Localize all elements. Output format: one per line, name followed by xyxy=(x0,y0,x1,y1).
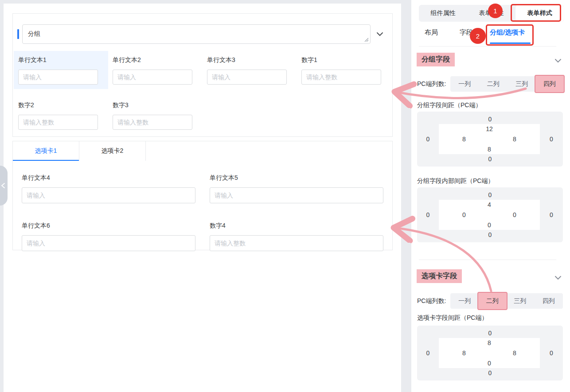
field-label: 数字3 xyxy=(113,101,198,109)
group-spacing-label: 分组字段间距（PC端） xyxy=(417,101,481,109)
field-input[interactable] xyxy=(18,115,98,130)
outer-left-value: 0 xyxy=(417,124,439,154)
option-four-columns-selected[interactable]: 四列 xyxy=(535,75,565,93)
group-inner-spacing-label: 分组字段内部间距（PC端） xyxy=(417,177,494,185)
section-title-group-fields: 分组字段 xyxy=(417,53,455,66)
empty-cell xyxy=(203,96,297,134)
option-three-columns[interactable]: 三列 xyxy=(506,293,535,309)
properties-panel: 组件属性 表单属性 表单样式 布局 字段 分组/选项卡 分组字段 PC端列数: … xyxy=(411,0,570,392)
panel-top-tabs: 组件属性 表单属性 表单样式 xyxy=(419,5,564,22)
field-label: 单行文本5 xyxy=(210,173,383,182)
inner-bottom-value: 8 xyxy=(439,144,540,154)
inner-spacing-area: 12 8 8 8 xyxy=(439,124,540,154)
field-shuzi1[interactable]: 数字1 xyxy=(297,51,391,89)
inner-top-value: 4 xyxy=(439,200,540,210)
group-collapse-chevron-icon[interactable] xyxy=(376,30,384,38)
field-input[interactable] xyxy=(113,70,192,85)
outer-top-value: 0 xyxy=(417,190,563,200)
field-input[interactable] xyxy=(113,115,192,130)
tab-form-props[interactable]: 表单属性 xyxy=(467,5,515,22)
tabcard-columns-segmented: 一列 二列 三列 四列 xyxy=(450,293,563,309)
group-section-chevron-icon[interactable] xyxy=(554,57,562,65)
active-subtab-underline xyxy=(490,43,531,44)
outer-bottom-value: 0 xyxy=(417,368,563,378)
outer-bottom-value: 0 xyxy=(417,230,563,240)
field-label: 数字4 xyxy=(210,221,383,230)
field-shuzi2[interactable]: 数字2 xyxy=(14,96,108,134)
inner-bottom-value: 0 xyxy=(439,358,540,368)
group-inner-spacing-box: 0 0 4 0 0 0 0 0 xyxy=(417,187,563,242)
tab-xuanxiangka2[interactable]: 选项卡2 xyxy=(79,141,146,161)
field-label: 单行文本6 xyxy=(22,221,195,230)
tab-bar: 选项卡1 选项卡2 xyxy=(13,141,392,161)
field-label: 单行文本4 xyxy=(22,173,195,182)
tabcard-spacing-label: 选项卡字段间距（PC端） xyxy=(417,314,488,322)
outer-left-value: 0 xyxy=(417,338,439,368)
group-accent-bar xyxy=(17,29,19,39)
form-designer-app: { "canvas": { "group": { "title": "分组", … xyxy=(0,0,570,392)
field-input[interactable] xyxy=(22,187,195,203)
panel-collapse-handle[interactable] xyxy=(0,166,8,206)
option-one-column[interactable]: 一列 xyxy=(450,76,479,92)
field-danhangwenben6[interactable]: 单行文本6 xyxy=(22,221,195,251)
tab-component-props[interactable]: 组件属性 xyxy=(419,5,467,22)
field-input[interactable] xyxy=(22,235,195,251)
subtab-layout[interactable]: 布局 xyxy=(425,28,438,37)
field-danhangwenben2[interactable]: 单行文本2 xyxy=(108,51,203,89)
field-shuzi3[interactable]: 数字3 xyxy=(108,96,203,134)
group-container: 分组 单行文本1 单行文本2 单行文本3 xyxy=(12,13,393,137)
form-canvas: 分组 单行文本1 单行文本2 单行文本3 xyxy=(4,4,401,392)
tabcard-spacing-box: 0 0 8 8 8 0 0 0 xyxy=(417,326,563,380)
inner-spacing-area: 8 8 8 0 xyxy=(439,338,540,368)
option-two-columns-selected[interactable]: 二列 xyxy=(477,292,508,310)
inner-bottom-value: 0 xyxy=(439,220,540,230)
inner-right-value: 8 xyxy=(513,349,516,357)
field-danhangwenben5[interactable]: 单行文本5 xyxy=(210,173,383,203)
inner-right-value: 0 xyxy=(513,211,516,218)
group-title-text: 分组 xyxy=(28,30,40,38)
outer-right-value: 0 xyxy=(540,338,563,368)
outer-bottom-value: 0 xyxy=(417,154,563,164)
tab-xuanxiangka1[interactable]: 选项卡1 xyxy=(13,141,79,161)
inner-left-value: 8 xyxy=(462,349,466,357)
tab-card-container: 选项卡1 选项卡2 单行文本4 单行文本5 单行文本6 数字4 xyxy=(12,141,393,250)
inner-right-value: 8 xyxy=(513,136,516,143)
field-danhangwenben1[interactable]: 单行文本1 xyxy=(14,51,108,89)
field-shuzi4[interactable]: 数字4 xyxy=(210,221,383,251)
field-input[interactable] xyxy=(210,235,383,251)
field-input[interactable] xyxy=(207,70,287,85)
group-title-input[interactable]: 分组 xyxy=(22,24,371,44)
field-input[interactable] xyxy=(301,70,381,85)
pc-columns-label: PC端列数: xyxy=(417,76,446,92)
option-three-columns[interactable]: 三列 xyxy=(508,76,536,92)
inner-top-value: 8 xyxy=(439,338,540,348)
inner-top-value: 12 xyxy=(439,124,540,134)
inner-left-value: 0 xyxy=(462,211,466,218)
option-two-columns[interactable]: 二列 xyxy=(479,76,508,92)
resize-grip-icon[interactable] xyxy=(364,38,369,42)
empty-cell xyxy=(297,96,391,134)
tab-fields-grid: 单行文本4 单行文本5 单行文本6 数字4 xyxy=(22,173,383,251)
subtab-group-tabcard[interactable]: 分组/选项卡 xyxy=(490,28,525,37)
field-label: 数字1 xyxy=(301,55,387,64)
option-four-columns[interactable]: 四列 xyxy=(535,293,563,309)
pc-columns-label: PC端列数: xyxy=(417,293,446,309)
option-one-column[interactable]: 一列 xyxy=(450,293,479,309)
field-label: 数字2 xyxy=(18,101,104,109)
inner-left-value: 8 xyxy=(462,136,466,143)
field-input[interactable] xyxy=(210,187,383,203)
field-label: 单行文本1 xyxy=(18,55,104,64)
outer-right-value: 0 xyxy=(540,200,563,230)
field-input[interactable] xyxy=(18,70,98,85)
outer-right-value: 0 xyxy=(540,124,563,154)
chevron-left-icon xyxy=(1,183,5,188)
subtab-field[interactable]: 字段 xyxy=(460,28,473,37)
section-title-tabcard-fields: 选项卡字段 xyxy=(417,269,462,283)
field-danhangwenben4[interactable]: 单行文本4 xyxy=(22,173,195,203)
group-columns-segmented: 一列 二列 三列 四列 xyxy=(450,76,563,92)
field-label: 单行文本3 xyxy=(207,55,293,64)
tab-form-style[interactable]: 表单样式 xyxy=(515,5,564,22)
field-danhangwenben3[interactable]: 单行文本3 xyxy=(203,51,297,89)
tabcard-section-chevron-icon[interactable] xyxy=(554,274,562,282)
divider xyxy=(419,46,556,47)
